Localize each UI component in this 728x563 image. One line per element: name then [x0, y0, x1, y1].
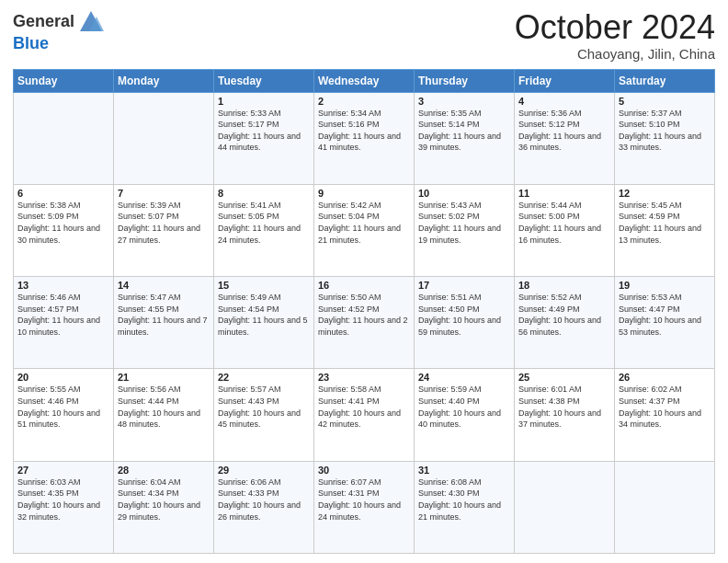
sunset-text: Sunset: 5:02 PM	[418, 212, 480, 221]
calendar-table: Sunday Monday Tuesday Wednesday Thursday…	[13, 69, 715, 554]
sunset-text: Sunset: 4:54 PM	[218, 304, 279, 314]
calendar-cell: 14 Sunrise: 5:47 AM Sunset: 4:55 PM Dayl…	[114, 277, 214, 369]
sunrise-text: Sunrise: 6:02 AM	[619, 385, 682, 394]
sunset-text: Sunset: 5:07 PM	[118, 212, 179, 221]
day-number: 15	[218, 280, 310, 291]
daylight-text: Daylight: 11 hours and 7 minutes.	[118, 316, 208, 337]
day-number: 10	[418, 188, 510, 199]
calendar-cell: 16 Sunrise: 5:50 AM Sunset: 4:52 PM Dayl…	[314, 277, 415, 369]
day-number: 23	[318, 372, 410, 383]
daylight-text: Daylight: 11 hours and 13 minutes.	[619, 224, 701, 245]
sunrise-text: Sunrise: 5:58 AM	[318, 385, 381, 394]
weekday-header-row: Sunday Monday Tuesday Wednesday Thursday…	[14, 69, 715, 92]
sunset-text: Sunset: 4:50 PM	[418, 304, 480, 314]
calendar-cell: 31 Sunrise: 6:08 AM Sunset: 4:30 PM Dayl…	[415, 461, 515, 553]
sunset-text: Sunset: 4:59 PM	[619, 212, 680, 221]
sunrise-text: Sunrise: 6:06 AM	[218, 477, 281, 487]
header-friday: Friday	[515, 69, 615, 92]
daylight-text: Daylight: 11 hours and 41 minutes.	[318, 132, 401, 153]
sunrise-text: Sunrise: 5:56 AM	[118, 385, 181, 394]
day-number: 24	[418, 372, 510, 383]
sunset-text: Sunset: 4:40 PM	[418, 396, 480, 406]
calendar-cell: 22 Sunrise: 5:57 AM Sunset: 4:43 PM Dayl…	[214, 369, 314, 461]
day-number: 5	[619, 96, 711, 107]
sunset-text: Sunset: 4:31 PM	[318, 488, 380, 498]
calendar-cell: 7 Sunrise: 5:39 AM Sunset: 5:07 PM Dayli…	[114, 184, 214, 276]
week-row-3: 13 Sunrise: 5:46 AM Sunset: 4:57 PM Dayl…	[14, 277, 715, 369]
daylight-text: Daylight: 11 hours and 27 minutes.	[118, 224, 200, 245]
sunrise-text: Sunrise: 5:44 AM	[518, 201, 582, 210]
calendar-cell	[14, 92, 114, 184]
sunrise-text: Sunrise: 5:42 AM	[318, 201, 381, 210]
daylight-text: Daylight: 10 hours and 34 minutes.	[619, 408, 701, 430]
calendar-cell: 23 Sunrise: 5:58 AM Sunset: 4:41 PM Dayl…	[314, 369, 415, 461]
sunrise-text: Sunrise: 5:46 AM	[17, 293, 81, 302]
calendar-cell: 5 Sunrise: 5:37 AM Sunset: 5:10 PM Dayli…	[615, 92, 715, 184]
calendar-cell: 19 Sunrise: 5:53 AM Sunset: 4:47 PM Dayl…	[615, 277, 715, 369]
sunset-text: Sunset: 4:30 PM	[418, 488, 480, 498]
header-sunday: Sunday	[14, 69, 114, 92]
header-monday: Monday	[114, 69, 214, 92]
daylight-text: Daylight: 10 hours and 53 minutes.	[619, 316, 701, 337]
calendar-cell: 21 Sunrise: 5:56 AM Sunset: 4:44 PM Dayl…	[114, 369, 214, 461]
header-thursday: Thursday	[415, 69, 515, 92]
calendar-cell: 1 Sunrise: 5:33 AM Sunset: 5:17 PM Dayli…	[214, 92, 314, 184]
daylight-text: Daylight: 11 hours and 2 minutes.	[318, 316, 408, 337]
sunset-text: Sunset: 5:14 PM	[418, 120, 480, 129]
daylight-text: Daylight: 10 hours and 42 minutes.	[318, 408, 401, 430]
sunrise-text: Sunrise: 6:07 AM	[318, 477, 381, 487]
day-number: 17	[418, 280, 510, 291]
day-number: 12	[619, 188, 711, 199]
daylight-text: Daylight: 10 hours and 45 minutes.	[218, 408, 301, 430]
sunrise-text: Sunrise: 5:49 AM	[218, 293, 281, 302]
day-number: 25	[518, 372, 610, 383]
sunrise-text: Sunrise: 5:53 AM	[619, 293, 682, 302]
calendar-cell: 4 Sunrise: 5:36 AM Sunset: 5:12 PM Dayli…	[515, 92, 615, 184]
daylight-text: Daylight: 10 hours and 56 minutes.	[518, 316, 601, 337]
sunrise-text: Sunrise: 5:45 AM	[619, 201, 682, 210]
day-number: 9	[318, 188, 410, 199]
sunset-text: Sunset: 4:41 PM	[318, 396, 380, 406]
sunrise-text: Sunrise: 6:03 AM	[17, 477, 81, 487]
daylight-text: Daylight: 10 hours and 29 minutes.	[118, 500, 200, 522]
day-number: 26	[619, 372, 711, 383]
logo-blue-text: Blue	[13, 35, 104, 53]
day-number: 20	[17, 372, 109, 383]
calendar-cell: 6 Sunrise: 5:38 AM Sunset: 5:09 PM Dayli…	[14, 184, 114, 276]
calendar-cell	[615, 461, 715, 553]
week-row-2: 6 Sunrise: 5:38 AM Sunset: 5:09 PM Dayli…	[14, 184, 715, 276]
daylight-text: Daylight: 10 hours and 59 minutes.	[418, 316, 501, 337]
calendar-cell: 10 Sunrise: 5:43 AM Sunset: 5:02 PM Dayl…	[415, 184, 515, 276]
day-number: 13	[17, 280, 109, 291]
logo-general-text: General	[13, 13, 74, 31]
sunrise-text: Sunrise: 6:08 AM	[418, 477, 482, 487]
sunrise-text: Sunrise: 5:47 AM	[118, 293, 181, 302]
daylight-text: Daylight: 10 hours and 32 minutes.	[17, 500, 100, 522]
daylight-text: Daylight: 11 hours and 39 minutes.	[418, 132, 501, 153]
day-number: 19	[619, 280, 711, 291]
sunrise-text: Sunrise: 5:38 AM	[17, 201, 81, 210]
sunset-text: Sunset: 5:09 PM	[17, 212, 79, 221]
calendar-cell: 26 Sunrise: 6:02 AM Sunset: 4:37 PM Dayl…	[615, 369, 715, 461]
sunrise-text: Sunrise: 6:04 AM	[118, 477, 181, 487]
sunrise-text: Sunrise: 5:39 AM	[118, 201, 181, 210]
sunrise-text: Sunrise: 5:34 AM	[318, 109, 381, 118]
calendar-cell: 13 Sunrise: 5:46 AM Sunset: 4:57 PM Dayl…	[14, 277, 114, 369]
calendar-cell: 9 Sunrise: 5:42 AM Sunset: 5:04 PM Dayli…	[314, 184, 415, 276]
sunset-text: Sunset: 5:05 PM	[218, 212, 279, 221]
day-number: 8	[218, 188, 310, 199]
location: Chaoyang, Jilin, China	[515, 46, 715, 62]
day-number: 7	[118, 188, 210, 199]
day-number: 22	[218, 372, 310, 383]
day-number: 31	[418, 465, 510, 476]
calendar-cell: 3 Sunrise: 5:35 AM Sunset: 5:14 PM Dayli…	[415, 92, 515, 184]
daylight-text: Daylight: 11 hours and 44 minutes.	[218, 132, 301, 153]
calendar-cell: 12 Sunrise: 5:45 AM Sunset: 4:59 PM Dayl…	[615, 184, 715, 276]
sunrise-text: Sunrise: 5:59 AM	[418, 385, 482, 394]
logo: General Blue	[13, 9, 104, 53]
calendar-cell: 30 Sunrise: 6:07 AM Sunset: 4:31 PM Dayl…	[314, 461, 415, 553]
calendar-cell: 17 Sunrise: 5:51 AM Sunset: 4:50 PM Dayl…	[415, 277, 515, 369]
sunset-text: Sunset: 4:34 PM	[118, 488, 179, 498]
header-wednesday: Wednesday	[314, 69, 415, 92]
week-row-4: 20 Sunrise: 5:55 AM Sunset: 4:46 PM Dayl…	[14, 369, 715, 461]
